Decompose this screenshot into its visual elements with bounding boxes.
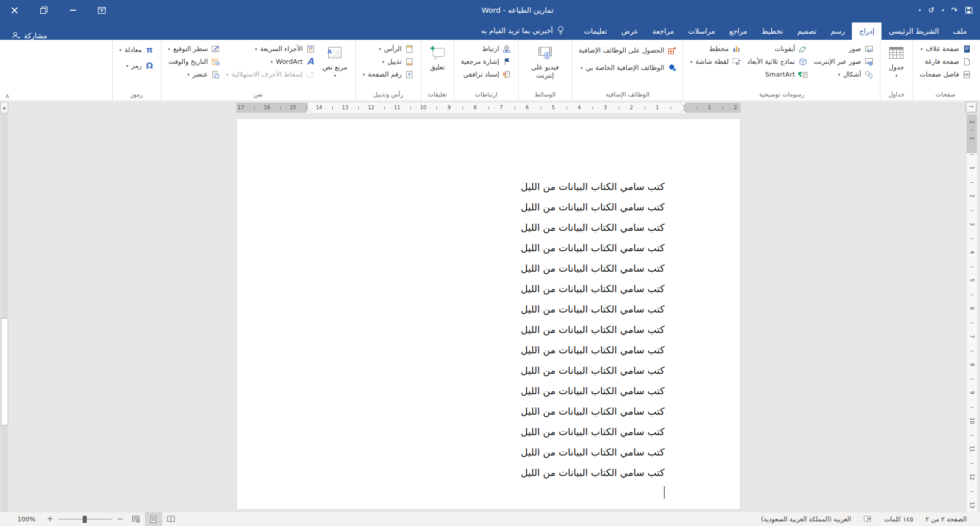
hanging-indent-marker[interactable]	[681, 110, 686, 113]
page-number-button[interactable]: # رقم الصفحة ▾	[360, 68, 416, 81]
ruler-mark	[482, 108, 482, 108]
ruler-mark	[972, 288, 972, 288]
icons-button[interactable]: أيقونات	[745, 42, 810, 55]
document-line[interactable]: كتب سامي الكتاب البيانات من الليل	[237, 360, 740, 380]
bookmark-button[interactable]: إشارة مرجعية	[458, 55, 514, 68]
cross-reference-button[interactable]: إسناد ترافقي	[458, 68, 514, 81]
restore-icon[interactable]	[29, 0, 58, 20]
web-layout-button[interactable]	[128, 512, 145, 526]
ruler-mark: 2	[628, 103, 635, 113]
tab-insert[interactable]: إدراج	[852, 22, 881, 40]
blank-page-button[interactable]: صفحة فارغة	[917, 55, 974, 68]
get-addins-button[interactable]: الحصول على الوظائف الإضافية	[576, 44, 679, 57]
document-line[interactable]: كتب سامي الكتاب البيانات من الليل	[237, 176, 740, 197]
minimize-icon[interactable]	[58, 0, 87, 20]
tab-references[interactable]: مراجع	[722, 22, 754, 40]
ruler-mark	[338, 108, 339, 108]
page-break-button[interactable]: فاصل صفحات	[917, 68, 974, 81]
zoom-level[interactable]: 100%	[11, 515, 42, 523]
page-indicator[interactable]: الصفحة ٢ من ٢	[919, 515, 973, 523]
zoom-in-button[interactable]: +	[47, 515, 54, 523]
zoom-slider-thumb[interactable]	[83, 516, 87, 523]
zoom-slider[interactable]	[58, 515, 112, 523]
customize-qat-icon[interactable]: ▾	[919, 8, 921, 13]
tab-view[interactable]: عرض	[614, 22, 645, 40]
header-button[interactable]: الرأس ▾	[360, 42, 416, 55]
equation-button[interactable]: π معادلة ▾	[117, 43, 157, 56]
document-line[interactable]: كتب سامي الكتاب البيانات من الليل	[237, 278, 740, 299]
document-line[interactable]: كتب سامي الكتاب البيانات من الليل	[237, 299, 740, 319]
print-layout-button[interactable]	[145, 512, 162, 526]
language-indicator[interactable]: العربية (المملكة العربية السعودية)	[755, 515, 857, 523]
footer-button[interactable]: تذييل ▾	[360, 55, 416, 68]
first-line-indent-marker[interactable]	[681, 103, 686, 106]
document-line[interactable]: كتب سامي الكتاب البيانات من الليل	[237, 462, 740, 483]
ribbon-display-options-icon[interactable]	[87, 0, 116, 20]
undo-icon[interactable]: ↺	[928, 7, 935, 14]
vertical-scrollbar[interactable]: ▲	[0, 102, 9, 512]
chart-button[interactable]: مخطط	[688, 42, 743, 55]
redo-icon[interactable]: ↷	[951, 7, 958, 14]
date-time-button[interactable]: التاريخ والوقت	[165, 55, 223, 68]
quick-parts-icon	[306, 44, 315, 53]
close-icon[interactable]: ×	[0, 0, 29, 20]
symbol-button[interactable]: Ω رمز ▾	[117, 59, 157, 72]
pictures-button[interactable]: صور	[811, 42, 876, 55]
left-indent-marker[interactable]	[305, 110, 310, 113]
document-line[interactable]: كتب سامي الكتاب البيانات من الليل	[237, 380, 740, 401]
quick-parts-button[interactable]: الأجزاء السريعة ▾	[224, 42, 317, 55]
share-button[interactable]: مشاركة	[0, 31, 58, 40]
wordart-button[interactable]: A WordArt ▾	[224, 55, 317, 68]
object-button[interactable]: عنصر ▾	[165, 68, 223, 81]
group-label-illustrations: رسومات توضيحية	[685, 89, 878, 101]
tell-me-box[interactable]: أخبرني بما تريد القيام به	[478, 21, 568, 40]
ruler-mark: 3	[602, 103, 609, 113]
word-count[interactable]: ١٤٥ كلمات	[878, 515, 919, 523]
text-box-button[interactable]: A مربع نص ▾	[318, 42, 351, 80]
scroll-up-button[interactable]: ▲	[1, 102, 8, 113]
document-line[interactable]: كتب سامي الكتاب البيانات من الليل	[237, 258, 740, 278]
tab-mailings[interactable]: مراسلات	[681, 22, 722, 40]
tab-draw[interactable]: رسم	[824, 22, 852, 40]
tab-layout[interactable]: تخطيط	[754, 22, 790, 40]
ruler-mark	[970, 323, 973, 323]
shapes-button[interactable]: أشكال ▾	[811, 68, 876, 81]
screenshot-button[interactable]: لقطة شاشة ▾	[688, 55, 743, 68]
zoom-out-button[interactable]: −	[117, 515, 124, 523]
collapse-ribbon-icon[interactable]: ∧	[5, 92, 10, 100]
save-icon[interactable]	[965, 6, 973, 14]
ruler-mark	[972, 414, 972, 414]
document-line[interactable]: كتب سامي الكتاب البيانات من الليل	[237, 237, 740, 258]
scrollbar-thumb[interactable]	[1, 318, 8, 425]
tab-help[interactable]: تعليمات	[577, 22, 614, 40]
cover-page-button[interactable]: صفحة غلاف ▾	[917, 42, 974, 55]
signature-line-button[interactable]: سطر التوقيع ▾	[165, 42, 223, 55]
link-button[interactable]: ارتباط	[458, 42, 514, 55]
tab-design[interactable]: تصميم	[790, 22, 824, 40]
tab-file[interactable]: ملف	[946, 22, 974, 40]
online-pictures-button[interactable]: صور عبر الإنترنت	[811, 55, 876, 68]
undo-dropdown-icon[interactable]: ▾	[942, 8, 944, 13]
comment-button[interactable]: تعليق	[425, 42, 450, 71]
online-video-button[interactable]: فيديو على إنترنت	[523, 42, 568, 80]
cross-reference-label: إسناد ترافقي	[463, 70, 499, 78]
tab-home[interactable]: الشريط الرئيسي	[881, 22, 946, 40]
document-page[interactable]: كتب سامي الكتاب البيانات من الليلكتب سام…	[236, 118, 741, 510]
table-button[interactable]: جدول ▾	[885, 42, 909, 80]
document-line[interactable]: كتب سامي الكتاب البيانات من الليل	[237, 319, 740, 340]
proofing-status-button[interactable]	[857, 515, 878, 523]
document-line[interactable]: كتب سامي الكتاب البيانات من الليل	[237, 340, 740, 360]
smartart-button[interactable]: SmartArt	[745, 68, 810, 81]
my-addins-button[interactable]: الوظائف الإضافية الخاصة بي ▾	[576, 61, 679, 74]
document-line[interactable]: كتب سامي الكتاب البيانات من الليل	[237, 217, 740, 237]
tab-review[interactable]: مراجعة	[645, 22, 681, 40]
read-mode-button[interactable]	[162, 512, 180, 526]
link-label: ارتباط	[482, 45, 499, 53]
document-line[interactable]: كتب سامي الكتاب البيانات من الليل	[237, 401, 740, 421]
document-line[interactable]: كتب سامي الكتاب البيانات من الليل	[237, 197, 740, 217]
scrollbar-track[interactable]	[1, 114, 8, 512]
document-line[interactable]: كتب سامي الكتاب البيانات من الليل	[237, 442, 740, 462]
3d-models-button[interactable]: نماذج ثلاثية الأبعاد	[745, 55, 810, 68]
document-line[interactable]: كتب سامي الكتاب البيانات من الليل	[237, 421, 740, 442]
tab-selector-button[interactable]: ¬	[966, 102, 976, 112]
